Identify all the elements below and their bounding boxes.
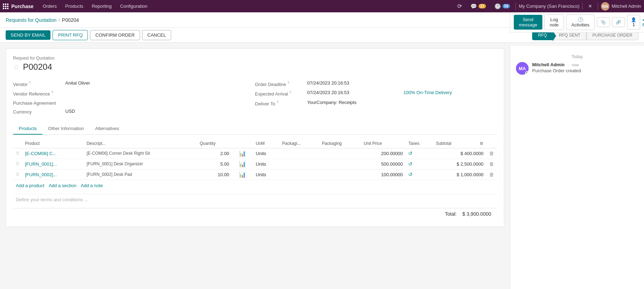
- messages-badge[interactable]: 💬 17: [468, 2, 489, 10]
- vendor-ref-label: Vendor Reference ?: [13, 90, 62, 97]
- breadcrumb-parent[interactable]: Requests for Quotation: [6, 17, 56, 23]
- quantity-cell[interactable]: 2.00: [197, 148, 232, 159]
- unit-price-cell[interactable]: 100.00000: [361, 169, 405, 180]
- form-card: Request for Quotation ☆ P00204 Vendor ? …: [6, 48, 504, 227]
- total-row: Total: $ 3,900.0000: [13, 208, 497, 220]
- expected-arrival-value[interactable]: 07/24/2023 20:16:53: [307, 90, 401, 95]
- confirm-order-button[interactable]: CONFIRM ORDER: [90, 30, 140, 40]
- packaging-cell[interactable]: [319, 159, 361, 169]
- delete-cell[interactable]: 🗑: [486, 148, 497, 159]
- forecast-icon[interactable]: 📊: [232, 169, 253, 180]
- user-name: Mitchell Admin: [612, 4, 641, 9]
- uom-cell[interactable]: Units: [253, 159, 279, 169]
- unit-price-cell[interactable]: 500.00000: [361, 159, 405, 169]
- app-name[interactable]: Purchase: [11, 4, 34, 9]
- fields-left: Vendor ? Anital Oliver Vendor Reference …: [13, 79, 255, 116]
- product-cell[interactable]: [FURN_0002]...: [22, 169, 84, 180]
- link-icon[interactable]: 🔗: [612, 17, 625, 27]
- tab-other-information[interactable]: Other Information: [42, 123, 89, 135]
- packaging-cell[interactable]: [319, 148, 361, 159]
- packaging-icon-cell: [279, 169, 319, 180]
- currency-field: Currency USD: [13, 107, 255, 116]
- user-icon: 👤: [631, 17, 636, 22]
- nav-orders[interactable]: Orders: [39, 2, 60, 10]
- favorite-star-icon[interactable]: ☆: [13, 63, 19, 71]
- expected-arrival-label: Expected Arrival ?: [255, 90, 305, 97]
- form-doc-title: P00204: [23, 62, 52, 72]
- packaging-cell[interactable]: [319, 169, 361, 180]
- chatter-message: MA Mitchell Admin - now Purchase Order c…: [516, 62, 638, 75]
- taxes-cell[interactable]: ↺: [405, 148, 433, 159]
- update-icon[interactable]: ⟳: [455, 2, 465, 10]
- nav-products[interactable]: Products: [62, 2, 87, 10]
- chatter-message-text: Purchase Order created: [532, 68, 638, 73]
- add-product-link[interactable]: Add a product: [16, 183, 44, 188]
- breadcrumb-current: P00204: [62, 17, 79, 23]
- packaging-icon-cell: [279, 159, 319, 169]
- tab-products[interactable]: Products: [13, 123, 42, 135]
- column-settings-icon[interactable]: ⚙: [480, 141, 483, 146]
- chatter-message-header: Mitchell Admin - now: [532, 62, 638, 67]
- drag-handle[interactable]: ⠿: [13, 148, 22, 159]
- nav-configuration[interactable]: Configuration: [116, 2, 151, 10]
- product-cell[interactable]: [E-COM06] C...: [22, 148, 84, 159]
- drag-handle[interactable]: ⠿: [13, 159, 22, 169]
- tab-alternatives[interactable]: Alternatives: [89, 123, 125, 135]
- nav-reporting[interactable]: Reporting: [88, 2, 115, 10]
- col-drag: [13, 139, 22, 148]
- drag-handle[interactable]: ⠿: [13, 169, 22, 180]
- total-amount: $ 3,900.0000: [462, 211, 491, 217]
- uom-cell[interactable]: Units: [253, 148, 279, 159]
- col-unit-price: Unit Price: [361, 139, 405, 148]
- add-section-link[interactable]: Add a section: [49, 183, 77, 188]
- app-grid-icon[interactable]: [3, 4, 8, 9]
- deliver-to-label: Deliver To ?: [255, 100, 305, 106]
- following-button[interactable]: ✔ Following: [642, 17, 644, 27]
- print-rfq-button[interactable]: PRINT RFQ: [53, 30, 88, 40]
- quantity-cell[interactable]: 5.00: [197, 159, 232, 169]
- taxes-cell[interactable]: ↺: [405, 159, 433, 169]
- vendor-label: Vendor ?: [13, 80, 62, 87]
- product-cell[interactable]: [FURN_0001]...: [22, 159, 84, 169]
- activities-button[interactable]: 🕐 Activities: [566, 14, 595, 30]
- currency-value[interactable]: USD: [65, 109, 255, 114]
- subtotal-cell: $ 400.0000: [433, 148, 486, 159]
- uom-cell[interactable]: Units: [253, 169, 279, 180]
- terms-conditions[interactable]: Define your terms and conditions ...: [13, 194, 497, 205]
- cancel-button[interactable]: CANCEL: [142, 30, 171, 40]
- delete-cell[interactable]: 🗑: [486, 159, 497, 169]
- order-deadline-value[interactable]: 07/24/2023 20:16:53: [307, 80, 497, 86]
- subtotal-cell: $ 1,000.0000: [433, 169, 486, 180]
- deliver-to-value[interactable]: YourCompany: Receipts: [307, 100, 497, 105]
- table-row: ⠿ [E-COM06] C... [E-COM06] Corner Desk R…: [13, 148, 497, 159]
- forecast-icon[interactable]: 📊: [232, 148, 253, 159]
- send-message-button[interactable]: Send message: [514, 15, 542, 30]
- form-area: Request for Quotation ☆ P00204 Vendor ? …: [0, 43, 510, 286]
- paperclip-icon[interactable]: 📎: [597, 17, 610, 27]
- add-actions: Add a product Add a section Add a note: [13, 180, 497, 191]
- unit-price-cell[interactable]: 200.00000: [361, 148, 405, 159]
- fields-right: Order Deadline ? 07/24/2023 20:16:53 Exp…: [255, 79, 497, 116]
- col-taxes: Taxes: [405, 139, 433, 148]
- chatter-date-separator: Today: [516, 54, 638, 59]
- log-note-button[interactable]: Log note: [544, 14, 564, 30]
- add-note-link[interactable]: Add a note: [81, 183, 103, 188]
- svg-rect-4: [5, 6, 6, 7]
- close-btn[interactable]: ✕: [585, 3, 595, 10]
- clock-badge[interactable]: 🕐 56: [492, 2, 513, 10]
- quantity-cell[interactable]: 10.00: [197, 169, 232, 180]
- expected-arrival-field: Expected Arrival ? 07/24/2023 20:16:53 1…: [255, 88, 497, 98]
- followers-button[interactable]: 👤 1: [627, 15, 640, 30]
- product-tabs: Products Other Information Alternatives: [13, 123, 497, 135]
- col-description: Descript...: [84, 139, 197, 148]
- company-info[interactable]: My Company (San Francisco): [519, 4, 579, 9]
- divider3: [598, 3, 598, 10]
- divider2: [582, 3, 583, 10]
- send-by-email-button[interactable]: SEND BY EMAIL: [6, 30, 50, 40]
- user-profile[interactable]: MA Mitchell Admin: [601, 2, 641, 11]
- delete-cell[interactable]: 🗑: [486, 169, 497, 180]
- vendor-value[interactable]: Anital Oliver: [65, 80, 255, 86]
- chatter-action-bar: Send message Log note 🕐 Activities 📎 🔗 👤…: [510, 12, 644, 32]
- forecast-icon[interactable]: 📊: [232, 159, 253, 169]
- taxes-cell[interactable]: ↺: [405, 169, 433, 180]
